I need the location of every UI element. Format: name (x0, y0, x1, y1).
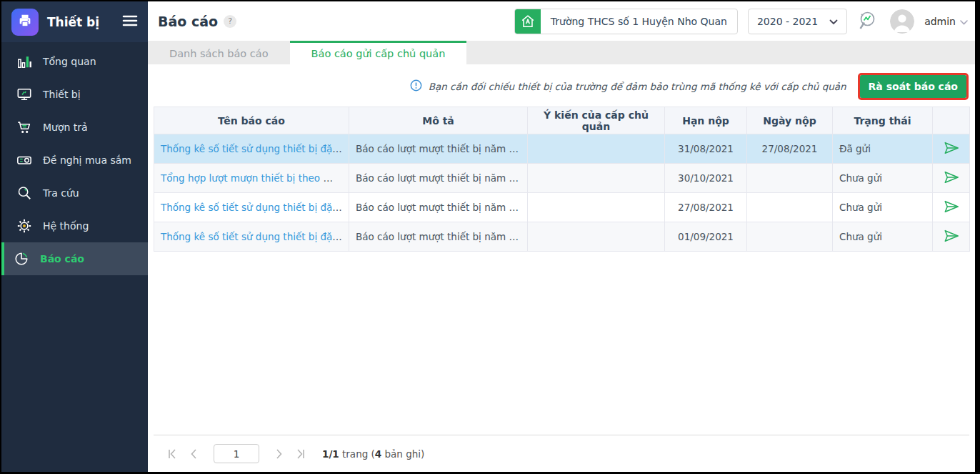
sidebar-item-de-nghi-mua-sam[interactable]: Đề nghị mua sắm (1, 144, 148, 177)
report-submitted-date (747, 164, 833, 193)
report-deadline: 01/09/2021 (665, 222, 747, 252)
pagination: 1/1 trang (4 bản ghi) (154, 435, 969, 472)
report-deadline: 30/10/2021 (665, 164, 747, 193)
info-icon (410, 79, 422, 94)
sidebar: Thiết bị Tổng quan Thiết bị (1, 1, 148, 472)
chevron-down-icon (829, 16, 838, 27)
gear-icon (16, 217, 33, 234)
sidebar-item-label: Tổng quan (43, 56, 96, 67)
report-status: Chưa gửi (833, 164, 933, 193)
content-spacer (148, 252, 975, 435)
sidebar-item-tong-quan[interactable]: Tổng quan (1, 45, 148, 78)
school-building-icon (515, 9, 541, 34)
report-deadline: 31/08/2021 (665, 134, 747, 164)
report-deadline: 27/08/2021 (665, 193, 747, 222)
hamburger-menu-icon[interactable] (122, 14, 138, 30)
report-status: Chưa gửi (833, 222, 933, 252)
report-table: Tên báo cáo Mô tả Ý kiến của cấp chủ quả… (154, 107, 970, 252)
content-area: Bạn cần đối chiếu thiết bị của trường để… (148, 64, 975, 472)
help-icon[interactable]: ? (224, 15, 236, 28)
sidebar-nav: Tổng quan Thiết bị Mượn trả Đề nghị mua … (1, 42, 148, 275)
cart-icon (16, 119, 33, 136)
col-y-kien: Ý kiến của cấp chủ quản (528, 107, 665, 134)
report-description: Báo cáo lượt mượt thiết bị năm học ... (349, 222, 528, 252)
main-area: Báo cáo ? Trường THCS số 1 Huyện Nho Qua… (148, 1, 975, 472)
report-status: Chưa gửi (833, 193, 933, 222)
tab-danh-sach-bao-cao[interactable]: Danh sách báo cáo (148, 41, 290, 64)
send-report-icon[interactable] (933, 164, 970, 193)
table-header-row: Tên báo cáo Mô tả Ý kiến của cấp chủ quả… (154, 107, 970, 134)
next-page-button[interactable] (275, 449, 284, 459)
report-opinion (528, 193, 665, 222)
review-report-button[interactable]: Rà soát báo cáo (860, 75, 966, 98)
report-submitted-date: 27/08/2021 (747, 134, 833, 164)
table-row[interactable]: Thống kê số tiết sử dụng thiết bị đặc th… (154, 222, 970, 252)
report-opinion (528, 222, 665, 252)
first-page-button[interactable] (168, 449, 179, 459)
topbar-right: Trường THCS số 1 Huyện Nho Quan 2020 - 2… (514, 9, 968, 34)
school-year-dropdown[interactable]: 2020 - 2021 (748, 9, 847, 34)
send-report-icon[interactable] (933, 134, 970, 164)
table-row[interactable]: Tổng hợp lượt mượn thiết bị theo môn h..… (154, 164, 970, 193)
pie-chart-icon (13, 250, 30, 267)
printer-icon (17, 13, 33, 31)
pagination-summary: 1/1 trang (4 bản ghi) (322, 448, 424, 460)
app-title: Thiết bị (47, 15, 114, 29)
bar-chart-icon (16, 53, 33, 70)
send-report-icon[interactable] (933, 193, 970, 222)
col-mo-ta: Mô tả (349, 107, 528, 134)
school-selector[interactable]: Trường THCS số 1 Huyện Nho Quan (514, 9, 738, 34)
search-chart-icon[interactable] (857, 10, 880, 33)
record-count: 4 (375, 448, 381, 460)
username: admin (924, 16, 956, 27)
report-opinion (528, 164, 665, 193)
sidebar-item-label: Đề nghị mua sắm (43, 154, 131, 166)
col-ten-bao-cao: Tên báo cáo (154, 107, 349, 134)
app-root: Thiết bị Tổng quan Thiết bị (1, 1, 975, 472)
sidebar-item-label: Thiết bị (43, 89, 81, 100)
send-report-icon[interactable] (933, 222, 970, 252)
page-number-input[interactable] (214, 444, 259, 463)
report-name-link[interactable]: Tổng hợp lượt mượn thiết bị theo môn h..… (161, 172, 349, 184)
col-han-nop: Hạn nộp (665, 107, 747, 134)
tab-bao-cao-gui-cap-chu-quan[interactable]: Báo cáo gửi cấp chủ quản (290, 41, 467, 64)
report-name-link[interactable]: Thống kê số tiết sử dụng thiết bị đặc th… (161, 231, 349, 242)
search-icon (16, 184, 33, 202)
col-ngay-nop: Ngày nộp (747, 107, 833, 134)
sidebar-item-he-thong[interactable]: Hệ thống (1, 209, 148, 242)
compare-notice-text: Bạn cần đối chiếu thiết bị của trường để… (429, 81, 846, 92)
table-row[interactable]: Thống kê số tiết sử dụng thiết bị đặc th… (154, 193, 970, 222)
monitor-icon (16, 86, 33, 103)
report-description: Báo cáo lượt mượt thiết bị năm học ... (349, 193, 528, 222)
col-trang-thai: Trạng thái (833, 107, 933, 134)
projector-icon (16, 152, 33, 169)
sidebar-item-label: Hệ thống (43, 220, 89, 232)
top-bar: Báo cáo ? Trường THCS số 1 Huyện Nho Qua… (148, 1, 975, 41)
user-avatar[interactable] (890, 9, 914, 34)
report-description: Báo cáo lượt mượt thiết bị năm học ... (349, 134, 528, 164)
report-description: Báo cáo lượt mượt thiết bị năm học ... (349, 164, 528, 193)
prev-page-button[interactable] (189, 449, 198, 459)
app-logo (11, 9, 39, 36)
col-actions (933, 107, 970, 134)
sidebar-item-label: Mượn trả (43, 122, 88, 133)
sidebar-header: Thiết bị (1, 1, 148, 42)
school-year-value: 2020 - 2021 (757, 16, 818, 27)
window-frame: Thiết bị Tổng quan Thiết bị (0, 0, 980, 474)
last-page-button[interactable] (294, 449, 305, 459)
report-name-link[interactable]: Thống kê số tiết sử dụng thiết bị đặc th… (161, 143, 349, 154)
report-status: Đã gửi (833, 134, 933, 164)
page-title: Báo cáo (158, 14, 218, 29)
report-submitted-date (747, 193, 833, 222)
sidebar-item-bao-cao[interactable]: Báo cáo (1, 242, 148, 275)
sidebar-item-tra-cuu[interactable]: Tra cứu (1, 177, 148, 209)
report-name-link[interactable]: Thống kê số tiết sử dụng thiết bị đặc th… (161, 202, 349, 213)
tab-strip: Danh sách báo cáo Báo cáo gửi cấp chủ qu… (148, 41, 975, 64)
sidebar-item-thiet-bi[interactable]: Thiết bị (1, 78, 148, 111)
sidebar-item-muon-tra[interactable]: Mượn trả (1, 111, 148, 144)
table-row[interactable]: Thống kê số tiết sử dụng thiết bị đặc th… (154, 134, 970, 164)
page-count: 1/1 (322, 448, 339, 460)
toolbar: Bạn cần đối chiếu thiết bị của trường để… (148, 64, 975, 107)
sidebar-item-label: Tra cứu (43, 187, 79, 199)
user-menu[interactable]: admin (924, 14, 968, 28)
